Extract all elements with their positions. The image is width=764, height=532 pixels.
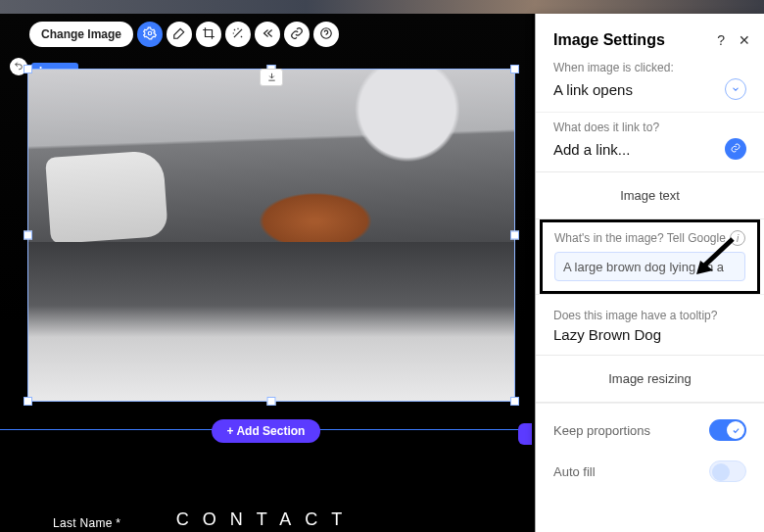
click-action-section: When image is clicked: A link opens: [536, 61, 764, 112]
tooltip-label: Does this image have a tooltip?: [553, 309, 746, 322]
resize-handle[interactable]: [24, 397, 32, 406]
svg-point-0: [148, 31, 152, 35]
dog-on-bed-image: [28, 70, 514, 401]
design-button[interactable]: [167, 22, 192, 47]
keep-proportions-toggle[interactable]: [709, 419, 746, 441]
help-button[interactable]: [313, 22, 339, 47]
panel-header: Image Settings ? ✕: [536, 14, 764, 61]
alt-text-info[interactable]: i: [730, 230, 745, 246]
resize-handle[interactable]: [267, 397, 276, 406]
link-section: What does it link to? Add a link...: [536, 112, 764, 171]
image-resizing-header[interactable]: Image resizing: [536, 355, 764, 403]
resize-handle[interactable]: [24, 65, 32, 73]
click-action-label: When image is clicked:: [553, 61, 746, 74]
auto-fill-label: Auto fill: [553, 464, 596, 479]
top-image-strip: [0, 0, 764, 14]
add-section-right-stub[interactable]: [518, 423, 532, 445]
animation-button[interactable]: [255, 22, 280, 47]
resize-handle[interactable]: [24, 231, 32, 240]
contact-heading: CONTACT: [176, 509, 357, 530]
panel-help-button[interactable]: ?: [717, 32, 725, 48]
crop-button[interactable]: [196, 22, 221, 47]
paintbrush-icon: [172, 26, 186, 43]
alt-text-highlighted-block: What's in the image? Tell Google i: [540, 219, 760, 294]
animation-icon: [261, 26, 274, 43]
keep-proportions-row: Keep proportions: [536, 403, 764, 457]
image-toolbar: Change Image: [29, 22, 339, 47]
tooltip-value[interactable]: Lazy Brown Dog: [553, 326, 746, 343]
settings-panel: Image Settings ? ✕ When image is clicked…: [535, 14, 764, 532]
auto-fill-toggle[interactable]: [709, 460, 746, 482]
filters-button[interactable]: [225, 22, 251, 47]
magic-wand-icon: [231, 26, 245, 43]
panel-title: Image Settings: [553, 31, 665, 49]
resize-handle[interactable]: [510, 397, 519, 406]
help-icon: [319, 26, 333, 43]
chevron-down-icon: [731, 80, 740, 98]
alt-text-label: What's in the image? Tell Google: [554, 231, 726, 245]
image-text-header[interactable]: Image text: [536, 171, 764, 219]
keep-proportions-label: Keep proportions: [553, 423, 650, 438]
resize-handle[interactable]: [510, 231, 519, 240]
settings-button[interactable]: [137, 22, 163, 47]
editor-canvas: Change Image Image + Add Section Last Na…: [0, 14, 532, 532]
gear-icon: [143, 26, 157, 43]
svg-point-1: [321, 27, 332, 38]
add-section-button[interactable]: + Add Section: [212, 419, 321, 443]
link-value[interactable]: Add a link...: [553, 141, 630, 158]
resize-handle[interactable]: [510, 65, 519, 73]
link-label: What does it link to?: [553, 121, 746, 134]
alt-text-input[interactable]: [554, 252, 745, 281]
auto-fill-row: Auto fill: [536, 457, 764, 498]
undo-icon: [14, 61, 24, 73]
download-icon: [266, 71, 277, 85]
selected-image-frame[interactable]: [27, 69, 515, 402]
click-action-dropdown[interactable]: [725, 78, 746, 100]
change-image-button[interactable]: Change Image: [29, 22, 133, 47]
panel-close-button[interactable]: ✕: [739, 32, 750, 48]
check-icon: [732, 421, 740, 439]
tooltip-section: Does this image have a tooltip? Lazy Bro…: [536, 294, 764, 355]
crop-icon: [202, 26, 215, 43]
link-icon: [730, 140, 741, 158]
link-settings-button[interactable]: [725, 138, 746, 160]
link-button[interactable]: [284, 22, 310, 47]
download-image-button[interactable]: [260, 69, 283, 86]
footer-field-label: Last Name *: [53, 516, 120, 530]
link-icon: [290, 26, 304, 43]
click-action-value[interactable]: A link opens: [553, 81, 633, 98]
